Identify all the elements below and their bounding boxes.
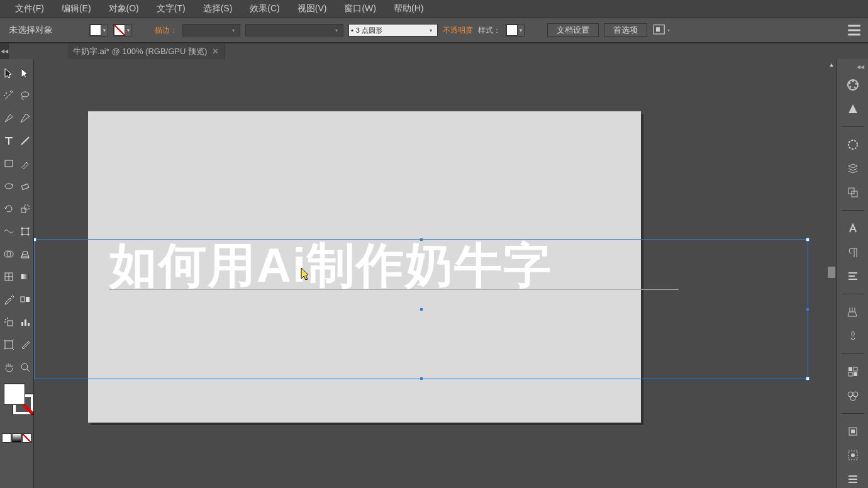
lasso-tool[interactable] bbox=[17, 84, 33, 107]
zoom-tool[interactable] bbox=[17, 356, 33, 379]
symbol-sprayer-tool[interactable] bbox=[1, 311, 17, 333]
color-themes-panel-icon[interactable] bbox=[843, 387, 862, 404]
document-title: 牛奶字.ai* @ 100% (RGB/GPU 预览) bbox=[73, 46, 207, 57]
svg-rect-39 bbox=[849, 367, 852, 371]
swatches-panel-icon[interactable] bbox=[843, 363, 862, 380]
svg-point-49 bbox=[851, 453, 855, 457]
align-panel-icon[interactable] bbox=[843, 267, 862, 285]
pathfinder-panel-icon[interactable] bbox=[843, 184, 862, 201]
svg-point-12 bbox=[27, 228, 29, 230]
eyedropper-tool[interactable] bbox=[1, 288, 17, 311]
svg-rect-10 bbox=[22, 228, 28, 235]
right-panel-dock: ◀◀ bbox=[837, 59, 868, 488]
close-tab-icon[interactable]: ✕ bbox=[212, 47, 219, 56]
line-tool[interactable] bbox=[17, 130, 33, 152]
svg-point-45 bbox=[850, 396, 855, 401]
rotate-tool[interactable] bbox=[1, 197, 17, 220]
svg-rect-8 bbox=[21, 208, 26, 213]
scroll-up-icon[interactable]: ▲ bbox=[826, 59, 837, 68]
style-label: 样式： bbox=[478, 25, 501, 36]
layers-panel-icon[interactable] bbox=[843, 470, 862, 488]
type-tool[interactable] bbox=[1, 130, 17, 152]
menu-window[interactable]: 窗口(W) bbox=[337, 2, 384, 16]
vertical-scrollbar[interactable]: ▲ bbox=[826, 59, 837, 488]
menu-type[interactable]: 文字(T) bbox=[149, 2, 193, 16]
gradient-tool[interactable] bbox=[17, 265, 33, 288]
pen-tool[interactable] bbox=[1, 107, 17, 130]
menu-help[interactable]: 帮助(H) bbox=[386, 2, 431, 16]
menu-object[interactable]: 对象(O) bbox=[101, 2, 147, 16]
svg-point-32 bbox=[855, 83, 857, 85]
hand-tool[interactable] bbox=[1, 356, 17, 379]
scale-tool[interactable] bbox=[17, 197, 33, 220]
toolbar-collapse-icon[interactable]: ◀◀ bbox=[0, 43, 9, 59]
svg-point-3 bbox=[4, 95, 5, 96]
svg-rect-19 bbox=[21, 297, 25, 302]
rectangle-tool[interactable] bbox=[1, 152, 17, 175]
stroke-label[interactable]: 描边： bbox=[155, 25, 177, 36]
svg-point-2 bbox=[6, 92, 7, 94]
preferences-button[interactable]: 首选项 bbox=[604, 23, 647, 37]
stroke-swatch[interactable]: ▼ bbox=[113, 24, 132, 36]
stroke-width-dropdown[interactable]: ▾ bbox=[182, 24, 240, 36]
blend-tool[interactable] bbox=[17, 288, 33, 311]
slice-tool[interactable] bbox=[17, 333, 33, 356]
svg-rect-47 bbox=[851, 430, 855, 433]
appearance-panel-icon[interactable] bbox=[843, 446, 862, 464]
brushes-panel-icon[interactable] bbox=[843, 303, 862, 321]
svg-point-31 bbox=[852, 80, 854, 82]
document-setup-button[interactable]: 文档设置 bbox=[547, 23, 599, 37]
artboard-tool[interactable] bbox=[1, 333, 17, 356]
menu-view[interactable]: 视图(V) bbox=[290, 2, 335, 16]
document-tab[interactable]: 牛奶字.ai* @ 100% (RGB/GPU 预览) ✕ bbox=[68, 43, 225, 59]
menu-select[interactable]: 选择(S) bbox=[196, 2, 240, 16]
canvas-area[interactable]: 如何用Ai制作奶牛字 ▲ bbox=[34, 59, 837, 488]
perspective-tool[interactable] bbox=[17, 243, 33, 265]
menu-edit[interactable]: 编辑(E) bbox=[54, 2, 99, 16]
width-tool[interactable] bbox=[1, 220, 17, 243]
panel-expand-icon[interactable]: ◀◀ bbox=[857, 64, 864, 70]
eraser-tool[interactable] bbox=[17, 175, 33, 197]
character-panel-icon[interactable] bbox=[843, 219, 862, 237]
svg-rect-5 bbox=[5, 160, 13, 167]
menu-file[interactable]: 文件(F) bbox=[8, 2, 52, 16]
menu-effect[interactable]: 效果(C) bbox=[242, 2, 287, 16]
color-panel-icon[interactable] bbox=[843, 76, 862, 94]
panel-menu-icon[interactable] bbox=[845, 23, 863, 37]
shaper-tool[interactable] bbox=[1, 175, 17, 197]
transform-panel-icon[interactable] bbox=[843, 423, 862, 440]
svg-point-24 bbox=[4, 321, 6, 323]
svg-rect-40 bbox=[854, 367, 857, 371]
svg-point-23 bbox=[7, 318, 8, 319]
graphic-style-swatch[interactable]: ▼ bbox=[506, 24, 525, 36]
symbols-panel-icon[interactable] bbox=[843, 327, 862, 345]
opacity-panel-icon[interactable] bbox=[843, 160, 862, 177]
color-mode-icons[interactable] bbox=[2, 433, 31, 443]
magic-wand-tool[interactable] bbox=[1, 84, 17, 107]
stroke-panel-icon[interactable] bbox=[843, 136, 862, 153]
color-guide-panel-icon[interactable] bbox=[843, 100, 862, 118]
free-transform-tool[interactable] bbox=[17, 220, 33, 243]
svg-rect-9 bbox=[25, 205, 29, 209]
svg-point-44 bbox=[853, 392, 858, 397]
dash-profile-dropdown[interactable]: •3 点圆形▾ bbox=[348, 24, 438, 36]
paragraph-panel-icon[interactable] bbox=[843, 243, 862, 261]
paintbrush-tool[interactable] bbox=[17, 152, 33, 175]
svg-point-11 bbox=[21, 228, 23, 230]
menu-bar: 文件(F) 编辑(E) 对象(O) 文字(T) 选择(S) 效果(C) 视图(V… bbox=[0, 0, 868, 18]
column-graph-tool[interactable] bbox=[17, 311, 33, 333]
align-to-icon[interactable]: ▾ bbox=[652, 23, 670, 37]
fill-stroke-control[interactable] bbox=[1, 382, 33, 428]
shape-builder-tool[interactable] bbox=[1, 243, 17, 265]
opacity-label[interactable]: 不透明度 bbox=[443, 25, 473, 36]
svg-rect-27 bbox=[28, 323, 30, 326]
svg-point-13 bbox=[21, 234, 23, 236]
brush-dropdown[interactable]: ▾ bbox=[245, 24, 343, 36]
fill-swatch[interactable]: ▼ bbox=[89, 24, 108, 36]
selection-tool[interactable] bbox=[1, 62, 17, 84]
mesh-tool[interactable] bbox=[1, 265, 17, 288]
svg-rect-1 bbox=[656, 27, 660, 31]
curvature-tool[interactable] bbox=[17, 107, 33, 130]
artwork-text[interactable]: 如何用Ai制作奶牛字 bbox=[109, 241, 552, 289]
direct-selection-tool[interactable] bbox=[17, 62, 33, 84]
